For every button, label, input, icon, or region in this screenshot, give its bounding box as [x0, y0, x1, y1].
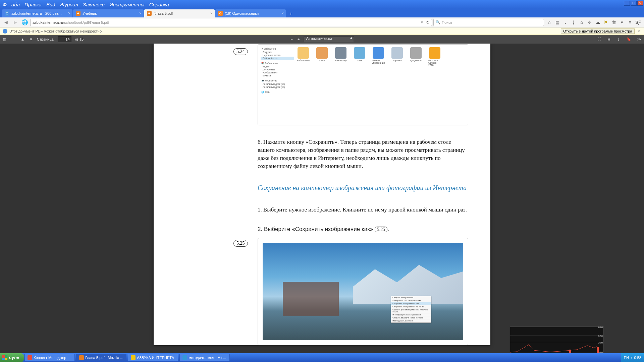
pocket-icon[interactable]: ⌄: [563, 20, 568, 25]
open-other-viewer-button[interactable]: Открыть в другой программе просмотра: [561, 28, 634, 34]
new-tab-button[interactable]: +: [286, 10, 295, 17]
total-pages-label: из 15: [75, 37, 84, 41]
page-up-icon[interactable]: ▲: [20, 37, 25, 42]
section-heading: Сохранение на компьютер изображения или …: [258, 184, 468, 192]
url-input[interactable]: azbukainterneta.ru/schoolbook/pdf/Глава …: [30, 19, 432, 26]
minimize-button[interactable]: _: [624, 1, 630, 6]
explorer-icons: Библиотеки Игорь Компьютер Сеть Панель у…: [297, 47, 441, 66]
fullscreen-icon[interactable]: ⛶: [597, 37, 602, 42]
ok-icon: O: [218, 11, 223, 16]
menu-icon[interactable]: ≡: [627, 20, 633, 25]
dropdown-icon[interactable]: ▼: [420, 20, 424, 24]
step-1-text: 1. Выберите нужное изображение. Кликните…: [258, 206, 468, 214]
send-icon[interactable]: ✈: [587, 20, 592, 25]
puzzle-icon[interactable]: ⚑: [603, 20, 608, 25]
start-button[interactable]: пуск: [0, 353, 24, 362]
bookmark-icon[interactable]: 🔖: [626, 37, 632, 42]
clock[interactable]: 0:58: [634, 356, 641, 360]
page-down-icon[interactable]: ▼: [29, 37, 34, 42]
menu-bookmarks[interactable]: Закладки: [83, 2, 105, 7]
back-button[interactable]: ◄: [2, 18, 10, 26]
menu-bar: Файл Правка Вид Журнал Закладки Инструме…: [0, 0, 644, 9]
search-input[interactable]: 🔍 Поиск: [433, 19, 544, 26]
download-icon[interactable]: ⭳: [571, 20, 576, 25]
menu-view[interactable]: Вид: [46, 2, 55, 7]
download-icon[interactable]: ⭳: [616, 37, 621, 42]
tab-textbook[interactable]: ✱ Учебник ×: [73, 9, 144, 17]
network-graph-widget: 64.0 32.0 16.0 0.0: [510, 326, 604, 353]
page-number-input[interactable]: [58, 36, 71, 42]
pdf-toolbar: ▥ ▲ ▼ Страница: из 15 − + Автоматически …: [0, 35, 644, 44]
menu-file[interactable]: Файл: [3, 2, 20, 7]
bookmark-star-icon[interactable]: ☆: [547, 20, 552, 25]
tab-chapter5-pdf[interactable]: ✱ Глава 5.pdf ×: [144, 9, 215, 17]
pdf-viewer[interactable]: 5.24 ★ Избранное Загрузки Недавние места…: [0, 44, 644, 353]
close-icon[interactable]: ×: [281, 11, 284, 16]
trash-icon[interactable]: 🗑: [611, 20, 616, 25]
globe-icon: 🌐: [21, 18, 29, 26]
close-icon[interactable]: ×: [68, 11, 70, 16]
tab-odnoklassniki[interactable]: O (19) Одноклассники ×: [215, 9, 286, 17]
language-indicator[interactable]: EN: [624, 356, 629, 360]
window-controls: _ ☐ ✕: [624, 1, 643, 6]
menu-history[interactable]: Журнал: [60, 2, 78, 7]
menu-tools[interactable]: Инструменты: [109, 2, 145, 7]
taskbar-item-folder[interactable]: АЗБУКА ИНТЕРНЕТА: [128, 354, 178, 361]
overflow-icon[interactable]: ▾: [619, 20, 625, 25]
home-icon[interactable]: ⌂: [579, 20, 584, 25]
zoom-select[interactable]: Автоматически ◆: [304, 36, 354, 42]
menu-edit[interactable]: Правка: [24, 2, 42, 7]
taskbar-item-connect-manager[interactable]: Коннект Менеджер: [24, 354, 75, 361]
caret-icon: ◆: [350, 37, 352, 40]
notification-text: Этот документ PDF может отображаться нек…: [9, 29, 103, 33]
page-label: Страница:: [37, 37, 55, 41]
reading-list-icon[interactable]: ▤: [555, 20, 560, 25]
pdf-page: 5.24 ★ Избранное Загрузки Недавние места…: [154, 44, 490, 345]
figure-label-525: 5.25: [233, 240, 248, 247]
site-icon: ✱: [76, 11, 80, 16]
tools-icon[interactable]: ≫: [637, 37, 642, 42]
search-icon: 🔍: [436, 20, 440, 24]
tab-search-results[interactable]: Q azbukainterneta.ru - 200 рез… ×: [2, 9, 72, 17]
chat-icon[interactable]: ☁: [595, 20, 600, 25]
savefrom-icon[interactable]: SƑ: [635, 20, 641, 25]
info-icon: i: [3, 29, 7, 34]
close-button[interactable]: ✕: [637, 1, 643, 6]
tab-bar: Q azbukainterneta.ru - 200 рез… × ✱ Учеб…: [0, 9, 644, 17]
forward-button[interactable]: ►: [11, 18, 19, 26]
close-icon[interactable]: ×: [637, 29, 641, 33]
zoom-out-icon[interactable]: −: [290, 37, 293, 42]
close-icon[interactable]: ×: [210, 11, 213, 16]
zoom-in-icon[interactable]: +: [297, 37, 300, 42]
reload-button[interactable]: ↻: [426, 20, 430, 25]
explorer-sidebar: ★ Избранное Загрузки Недавние места Рабо…: [261, 47, 294, 94]
taskbar-item-firefox[interactable]: Глава 5.pdf - Mozilla ...: [76, 354, 126, 361]
taskbar-item-word[interactable]: методичка моя - Mic...: [179, 354, 230, 361]
address-bar: ◄ ► 🌐 azbukainterneta.ru/schoolbook/pdf/…: [0, 17, 644, 27]
figure-label-524: 5.24: [233, 48, 248, 55]
system-tray[interactable]: EN ‹ 0:58: [621, 353, 644, 362]
pdf-icon: ✱: [147, 11, 152, 16]
pdf-notification-bar: i Этот документ PDF может отображаться н…: [0, 27, 644, 35]
windows-logo-icon: [2, 355, 7, 360]
menu-help[interactable]: Справка: [149, 2, 169, 7]
step-2-text: 2. Выберите «Сохранить изображение как» …: [258, 225, 468, 234]
taskbar: пуск Коннект Менеджер Глава 5.pdf - Mozi…: [0, 353, 644, 362]
sidebar-toggle-icon[interactable]: ▥: [2, 37, 7, 42]
context-menu-illustration: Открыть изображение Копировать URL изобр…: [391, 296, 431, 323]
print-icon[interactable]: 🖨: [606, 37, 611, 42]
step-6-text: 6. Нажмите кнопку «Сохранить». Теперь ст…: [258, 138, 468, 170]
close-icon[interactable]: ×: [139, 11, 142, 16]
figure-524-explorer: ★ Избранное Загрузки Недавние места Рабо…: [258, 44, 468, 125]
search-icon: Q: [5, 11, 9, 16]
tray-icon[interactable]: ‹: [631, 356, 632, 360]
figure-525-photo: Открыть изображение Копировать URL изобр…: [258, 238, 468, 345]
maximize-button[interactable]: ☐: [631, 1, 637, 6]
toolbar-icons: ☆ ▤ ⌄ ⭳ ⌂ ✈ ☁ ⚑ 🗑 ▾ ≡ SƑ: [545, 20, 642, 25]
